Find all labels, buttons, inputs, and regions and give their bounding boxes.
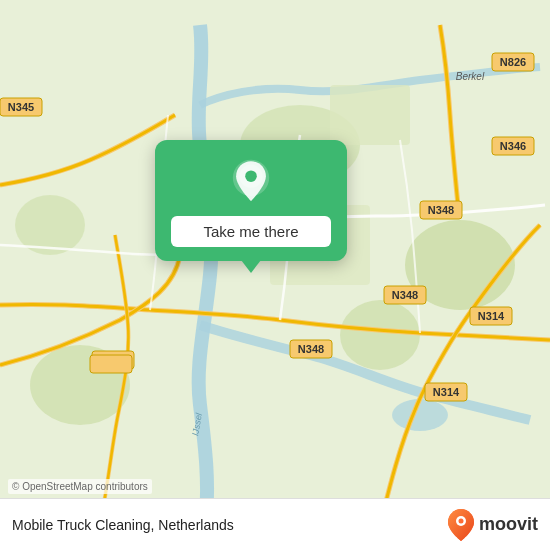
svg-rect-27: [90, 355, 132, 373]
moovit-logo: moovit: [447, 508, 538, 542]
svg-text:N314: N314: [478, 310, 505, 322]
svg-text:N348: N348: [298, 343, 324, 355]
moovit-brand-text: moovit: [479, 514, 538, 535]
moovit-pin-icon: [447, 508, 475, 542]
map-container: N826 N346 N348 N348 N343 N348 N314 N314 …: [0, 0, 550, 550]
svg-text:N348: N348: [428, 204, 454, 216]
bottom-bar: Mobile Truck Cleaning, Netherlands moovi…: [0, 498, 550, 550]
svg-text:Berkel: Berkel: [456, 71, 485, 82]
svg-rect-7: [330, 85, 410, 145]
svg-text:N345: N345: [8, 101, 34, 113]
location-pin-icon: [227, 158, 275, 206]
map-attribution: © OpenStreetMap contributors: [8, 479, 152, 494]
svg-text:N826: N826: [500, 56, 526, 68]
svg-point-35: [458, 518, 463, 523]
popup-card: Take me there: [155, 140, 347, 261]
place-name: Mobile Truck Cleaning, Netherlands: [12, 517, 234, 533]
svg-text:N314: N314: [433, 386, 460, 398]
svg-text:N348: N348: [392, 289, 418, 301]
svg-point-33: [245, 170, 257, 182]
svg-text:N346: N346: [500, 140, 526, 152]
svg-point-3: [340, 300, 420, 370]
map-svg: N826 N346 N348 N348 N343 N348 N314 N314 …: [0, 0, 550, 550]
take-me-there-button[interactable]: Take me there: [171, 216, 331, 247]
